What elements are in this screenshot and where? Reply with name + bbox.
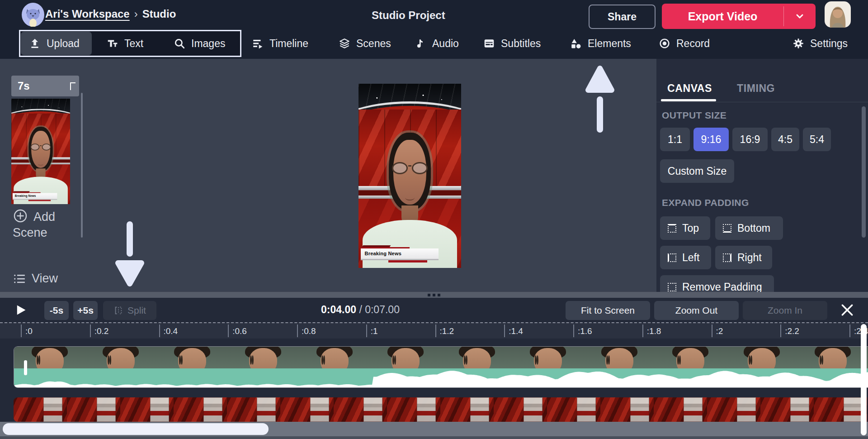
fit-to-screen-button[interactable]: Fit to Screen <box>566 301 650 320</box>
size-5-4-button[interactable]: 5:4 <box>803 128 831 151</box>
scene-duration-label: 7s <box>18 80 70 92</box>
workspace-avatar[interactable] <box>22 3 44 27</box>
clip-trim-handle[interactable] <box>24 360 27 375</box>
broll-frame-thumb <box>227 397 280 422</box>
video-clip-track[interactable] <box>14 346 868 388</box>
subtitles-icon <box>483 38 495 49</box>
padding-left-button[interactable]: Left <box>660 246 711 269</box>
padding-top-button[interactable]: Top <box>660 216 710 240</box>
zoom-in-button[interactable]: Zoom In <box>743 301 827 320</box>
padding-right-label: Right <box>737 252 762 264</box>
upload-icon <box>29 38 41 49</box>
size-16-9-button[interactable]: 16:9 <box>732 128 768 151</box>
scene-thumbnail-visual: Breaking News <box>11 99 70 204</box>
tab-record[interactable]: Record <box>659 31 710 56</box>
tab-elements[interactable]: Elements <box>570 31 631 56</box>
close-icon <box>840 303 854 317</box>
tab-upload-label: Upload <box>47 38 80 50</box>
padding-bottom-button[interactable]: Bottom <box>715 216 783 240</box>
tab-audio[interactable]: Audio <box>415 31 459 56</box>
view-label: View <box>32 271 58 286</box>
breadcrumb-separator: › <box>134 8 138 20</box>
tab-scenes[interactable]: Scenes <box>339 31 391 56</box>
video-frame-thumb <box>584 347 655 369</box>
tab-subtitles[interactable]: Subtitles <box>483 31 541 56</box>
tab-text[interactable]: Text <box>107 31 143 56</box>
video-clip-filmstrip <box>14 347 868 369</box>
tab-scenes-label: Scenes <box>356 38 391 50</box>
export-dropdown-button[interactable] <box>784 4 816 29</box>
padding-right-button[interactable]: Right <box>715 246 772 269</box>
ruler-tick-label: :0.4 <box>159 324 178 337</box>
split-button[interactable]: Split <box>103 301 156 320</box>
play-button[interactable] <box>14 304 27 316</box>
scene-thumbnail[interactable]: Breaking News <box>11 99 70 204</box>
breadcrumb-workspace-link[interactable]: Ari's Workspace <box>45 8 130 20</box>
remove-padding-button[interactable]: Remove Padding <box>660 275 774 292</box>
broll-frame-thumb <box>174 397 227 422</box>
annotation-arrow-up <box>585 64 615 134</box>
scene-pill-corner-glyph <box>70 82 75 90</box>
ruler-tick-label: :0.6 <box>228 324 247 337</box>
broll-clip-track[interactable] <box>14 397 868 422</box>
add-scene-button[interactable]: Add Scene <box>13 208 76 241</box>
broll-frame-thumb <box>14 397 67 422</box>
user-avatar[interactable] <box>825 1 851 28</box>
ruler-tick-label: :2.2 <box>780 324 799 337</box>
timeline-ruler[interactable]: :0:0.2:0.4:0.6:0.8:1:1.2:1.4:1.6:1.8:2:2… <box>0 322 868 339</box>
settings-label: Settings <box>810 38 848 50</box>
share-button[interactable]: Share <box>589 5 656 29</box>
export-video-label: Export Video <box>662 4 783 29</box>
preview-video-frame: Breaking News <box>359 84 461 268</box>
tab-subtitles-label: Subtitles <box>501 38 541 50</box>
skip-forward-button[interactable]: +5s <box>73 301 98 320</box>
expand-padding-heading: EXPAND PADDING <box>662 197 749 208</box>
video-frame-thumb <box>441 347 513 369</box>
video-frame-thumb <box>797 347 868 369</box>
ruler-tick-label: :1.8 <box>642 324 661 337</box>
timeline-resize-handle[interactable] <box>0 292 868 298</box>
padding-left-icon <box>668 253 676 262</box>
search-icon <box>174 38 185 49</box>
size-9-16-button[interactable]: 9:16 <box>693 128 729 151</box>
kapwing-studio-app: Ari's Workspace›Studio Studio Project Sh… <box>0 0 868 439</box>
broll-frame-thumb <box>67 397 120 422</box>
split-icon <box>113 305 123 315</box>
properties-panel: CANVAS TIMING OUTPUT SIZE 1:1 9:16 16:9 … <box>656 59 868 292</box>
tab-upload[interactable]: Upload <box>29 31 80 56</box>
video-frame-thumb <box>85 347 157 369</box>
tab-canvas[interactable]: CANVAS <box>667 82 712 95</box>
padding-right-icon <box>723 253 731 262</box>
scene-view-button[interactable]: View <box>13 271 58 286</box>
timeline-hscroll-track[interactable] <box>0 422 868 436</box>
play-icon <box>14 304 27 316</box>
skip-back-button[interactable]: -5s <box>44 301 69 320</box>
tab-images[interactable]: Images <box>174 31 225 56</box>
record-icon <box>659 38 670 49</box>
timeline-hscroll-thumb[interactable] <box>3 423 269 435</box>
panel-scrollbar[interactable] <box>862 106 866 238</box>
scene-duration-pill[interactable]: 7s <box>11 76 79 96</box>
padding-top-label: Top <box>682 222 699 234</box>
tab-timing[interactable]: TIMING <box>737 82 775 95</box>
size-1-1-button[interactable]: 1:1 <box>660 128 690 151</box>
broll-filmstrip <box>14 397 868 422</box>
tab-audio-label: Audio <box>432 38 459 50</box>
settings-button[interactable]: Settings <box>793 31 848 56</box>
broll-frame-thumb <box>120 397 174 422</box>
size-4-5-button[interactable]: 4:5 <box>771 128 799 151</box>
close-timeline-button[interactable] <box>840 303 854 317</box>
video-canvas[interactable]: Breaking News <box>359 84 461 268</box>
custom-size-button[interactable]: Custom Size <box>660 159 734 183</box>
ruler-tick-label: :1.4 <box>504 324 523 337</box>
zoom-out-button[interactable]: Zoom Out <box>654 301 739 320</box>
padding-top-icon <box>668 224 676 233</box>
cat-avatar-icon <box>22 3 44 27</box>
scenes-scrollbar[interactable] <box>81 93 83 238</box>
breadcrumb-section: Studio <box>142 8 176 20</box>
export-video-button[interactable]: Export Video <box>662 4 816 29</box>
playhead[interactable] <box>861 324 867 435</box>
tab-timeline[interactable]: Timeline <box>252 31 308 56</box>
audio-waveform <box>14 368 868 387</box>
timecode-display: 0:04.00 / 0:07.00 <box>321 304 400 316</box>
